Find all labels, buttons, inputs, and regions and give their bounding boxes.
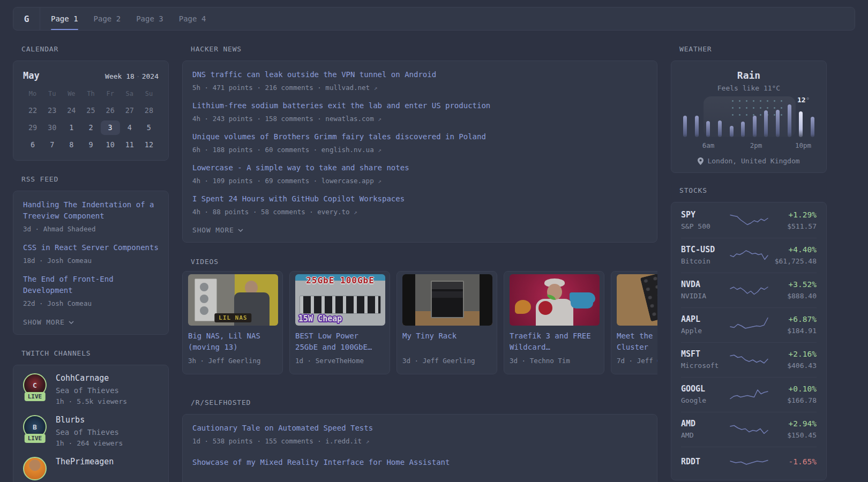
thumbnail-bottom-text: 15W Cheap bbox=[298, 314, 342, 323]
stock-company: Google bbox=[681, 396, 729, 405]
calendar-day-selected: 3 bbox=[101, 120, 120, 135]
day-name: Sa bbox=[120, 89, 139, 99]
stock-ticker[interactable]: AMD bbox=[681, 419, 729, 428]
hn-domain-link[interactable]: mullvad.net bbox=[325, 84, 370, 92]
thumbnail-art bbox=[431, 281, 464, 318]
video-card: 25GbE 100GbE 15W Cheap BEST Low Power 25… bbox=[289, 271, 390, 374]
reddit-domain-link[interactable]: i.redd.it bbox=[325, 437, 362, 445]
rss-widget: Handling The Indentation of a Treeview C… bbox=[13, 191, 169, 335]
avatar[interactable] bbox=[23, 457, 47, 480]
avatar-initial: B bbox=[33, 423, 37, 431]
reddit-item-title[interactable]: Showcase of my Mixed Reality Interface f… bbox=[192, 457, 647, 468]
stock-row[interactable]: BTC-USD Bitcoin +4.40% $61,725.48 bbox=[681, 238, 817, 273]
video-title[interactable]: My Tiny Rack bbox=[402, 330, 491, 353]
right-column: WEATHER Rain Feels like 11°C 12° 6am 2pm… bbox=[671, 31, 827, 482]
stock-sparkline bbox=[729, 420, 769, 439]
stock-ticker[interactable]: AAPL bbox=[681, 314, 729, 324]
stocks-section-header: STOCKS bbox=[679, 186, 827, 194]
hn-show-more[interactable]: SHOW MORE bbox=[192, 226, 243, 234]
calendar-separator: · bbox=[134, 72, 142, 80]
stock-ticker[interactable]: RDDT bbox=[681, 457, 729, 466]
channel-name[interactable]: CohhCarnage bbox=[56, 373, 127, 383]
video-card: My Tiny Rack 3d · Jeff Geerling bbox=[396, 271, 497, 374]
weather-bar bbox=[753, 116, 757, 137]
video-title[interactable]: Meet the new Linux Cluster bbox=[617, 330, 657, 353]
rss-item-title[interactable]: CSS in React Server Components bbox=[23, 242, 159, 253]
rss-item-title[interactable]: The End of Front-End Development bbox=[23, 274, 159, 296]
hn-meta-text: 5h · 471 points · 216 comments · bbox=[192, 84, 325, 92]
stock-row[interactable]: NVDA NVIDIA +3.52% $888.40 bbox=[681, 273, 817, 308]
video-title[interactable]: BEST Low Power 25GbE and 100GbE Switch… bbox=[295, 330, 384, 353]
external-link-icon: ↗ bbox=[378, 178, 381, 185]
show-more-label: SHOW MORE bbox=[192, 226, 234, 234]
stock-row[interactable]: AAPL Apple +6.87% $184.91 bbox=[681, 308, 817, 343]
calendar-day: 7 bbox=[42, 138, 62, 152]
hn-item-title[interactable]: Unique volumes of Brothers Grimm fairy t… bbox=[192, 131, 647, 142]
calendar-day: 28 bbox=[139, 103, 159, 118]
stock-ticker[interactable]: BTC-USD bbox=[681, 245, 729, 254]
hn-domain-link[interactable]: lowercase.app bbox=[321, 177, 374, 185]
tab-page-2[interactable]: Page 2 bbox=[94, 7, 121, 30]
weather-bar bbox=[811, 117, 814, 137]
stock-price: $184.91 bbox=[769, 327, 817, 335]
reddit-widget: Cautionary Tale on Automated Speed Tests… bbox=[182, 414, 657, 482]
hn-item-title[interactable]: I Spent 24 Hours with GitHub Copilot Wor… bbox=[192, 193, 647, 205]
stock-sparkline bbox=[729, 316, 769, 334]
stock-row[interactable]: RDDT -1.65% bbox=[681, 447, 817, 479]
hn-item-title[interactable]: Lowercase - A simple way to take and sha… bbox=[192, 162, 647, 174]
stock-ticker[interactable]: MSFT bbox=[681, 349, 729, 359]
video-thumbnail[interactable]: LIL NAS bbox=[188, 274, 278, 326]
hn-item-meta: 4h · 88 points · 58 comments · every.to … bbox=[192, 207, 647, 217]
video-thumbnail[interactable]: 25GbE 100GbE 15W Cheap bbox=[295, 274, 385, 326]
weather-bar bbox=[741, 122, 745, 137]
stock-row[interactable]: GOOGL Google +0.10% $166.78 bbox=[681, 378, 817, 412]
rss-item-meta: 18d · Josh Comeau bbox=[23, 256, 159, 265]
calendar-day: 27 bbox=[120, 103, 139, 118]
hn-domain-link[interactable]: newatlas.com bbox=[325, 115, 373, 123]
hn-item-title[interactable]: Lithium-free sodium batteries exit the l… bbox=[192, 100, 647, 111]
hn-meta-text: 4h · 88 points · 58 comments · bbox=[192, 208, 317, 216]
weather-chart: 12° 6am 2pm 10pm bbox=[683, 101, 814, 150]
hn-domain-link[interactable]: english.nv.ua bbox=[321, 146, 374, 154]
app-logo[interactable]: G bbox=[13, 7, 40, 30]
stock-ticker[interactable]: GOOGL bbox=[681, 384, 729, 394]
tab-page-4[interactable]: Page 4 bbox=[179, 7, 206, 30]
video-thumbnail[interactable]: FAS bbox=[617, 274, 657, 326]
tab-page-1[interactable]: Page 1 bbox=[51, 7, 78, 30]
external-link-icon: ↗ bbox=[354, 209, 357, 216]
calendar-section-header: CALENDAR bbox=[21, 45, 169, 53]
video-thumbnail[interactable] bbox=[402, 274, 492, 326]
twitch-channel: C LIVE CohhCarnage Sea of Thieves 1h · 5… bbox=[23, 373, 159, 406]
channel-name[interactable]: ThePrimeagen bbox=[56, 457, 114, 467]
chevron-down-icon bbox=[69, 321, 74, 324]
stock-change: +3.52% bbox=[769, 280, 817, 289]
weather-section-header: WEATHER bbox=[679, 45, 827, 53]
stock-row[interactable]: AMD AMD +2.94% $150.45 bbox=[681, 412, 817, 447]
calendar-day: 6 bbox=[23, 138, 42, 152]
video-title[interactable]: Big NAS, Lil NAS (moving 13) bbox=[188, 330, 277, 353]
reddit-item: Showcase of my Mixed Reality Interface f… bbox=[192, 457, 647, 468]
calendar-day: 24 bbox=[62, 103, 81, 118]
calendar-day: 4 bbox=[120, 120, 139, 135]
stock-row[interactable]: SPY S&P 500 +1.29% $511.57 bbox=[681, 204, 817, 238]
stock-ticker[interactable]: SPY bbox=[681, 210, 729, 220]
video-title[interactable]: Traefik 3 and FREE Wildcard… bbox=[510, 330, 598, 353]
hn-domain-link[interactable]: every.to bbox=[317, 208, 349, 216]
stock-ticker[interactable]: NVDA bbox=[681, 280, 729, 289]
video-thumbnail[interactable] bbox=[510, 274, 600, 326]
calendar-day: 12 bbox=[139, 138, 159, 152]
weather-bar bbox=[788, 104, 791, 137]
channel-name[interactable]: Blurbs bbox=[56, 415, 123, 425]
rss-item-title[interactable]: Handling The Indentation of a Treeview C… bbox=[23, 199, 159, 222]
weather-bar bbox=[718, 120, 722, 137]
rss-show-more[interactable]: SHOW MORE bbox=[23, 318, 74, 326]
calendar-day: 26 bbox=[101, 103, 120, 118]
stock-company: S&P 500 bbox=[681, 222, 729, 231]
hn-item-title[interactable]: DNS traffic can leak outside the VPN tun… bbox=[192, 69, 647, 80]
tab-page-3[interactable]: Page 3 bbox=[136, 7, 163, 30]
stock-row[interactable]: MSFT Microsoft +2.16% $406.43 bbox=[681, 343, 817, 378]
calendar-day: 22 bbox=[23, 103, 42, 118]
reddit-item-title[interactable]: Cautionary Tale on Automated Speed Tests bbox=[192, 423, 647, 434]
videos-section-header: VIDEOS bbox=[191, 258, 657, 266]
thumbnail-art bbox=[640, 274, 657, 321]
